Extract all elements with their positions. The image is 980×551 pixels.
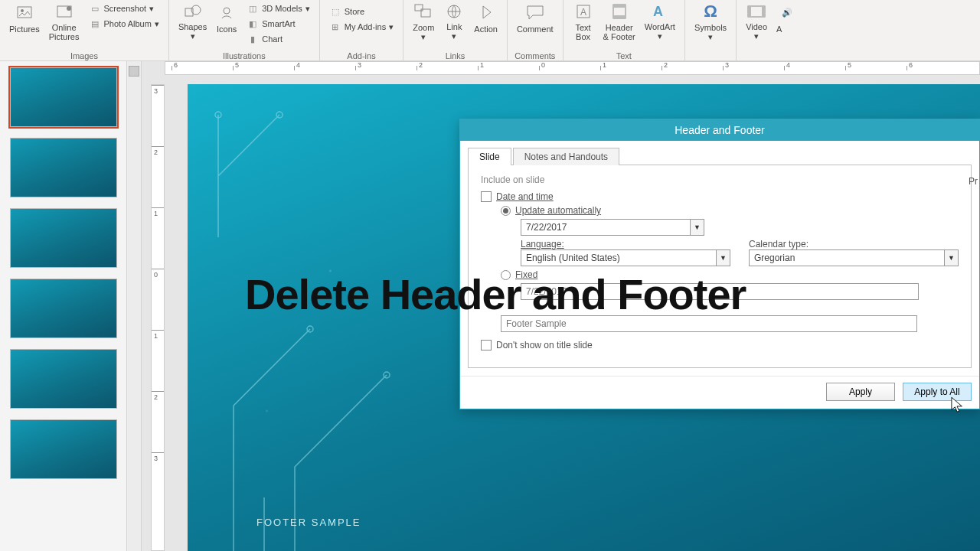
- dont-show-title-checkbox[interactable]: [481, 340, 492, 350]
- svg-text:A: A: [653, 4, 663, 19]
- group-label-addins: Add-ins: [325, 50, 398, 60]
- svg-rect-18: [762, 6, 765, 17]
- tab-slide[interactable]: Slide: [468, 148, 511, 165]
- vertical-ruler: 3210123: [151, 84, 165, 551]
- album-icon: ▤: [89, 18, 101, 30]
- slide-thumbnail[interactable]: [10, 419, 117, 479]
- apply-button[interactable]: Apply: [826, 383, 895, 401]
- video-icon: [746, 2, 767, 21]
- online-picture-icon: [54, 2, 75, 21]
- ribbon: Pictures Online Pictures ▭Screenshot ▾ ▤…: [0, 0, 980, 61]
- header-footer-button[interactable]: Header & Footer: [599, 0, 640, 43]
- shapes-icon: [182, 2, 204, 21]
- headerfooter-icon: [609, 2, 630, 21]
- svg-rect-14: [613, 15, 626, 18]
- group-label-text: Text: [568, 50, 680, 60]
- action-button[interactable]: Action: [469, 0, 502, 43]
- picture-icon: [14, 2, 35, 23]
- icons-icon: [216, 2, 237, 23]
- svg-rect-17: [748, 6, 751, 17]
- group-label-links: Links: [408, 50, 502, 60]
- scrollbar-thumb[interactable]: [129, 66, 139, 77]
- smartart-button[interactable]: ◧SmartArt: [245, 17, 312, 31]
- svg-point-19: [276, 112, 283, 118]
- ribbon-group-illustrations: Shapes ▾ Icons ◫3D Models ▾ ◧SmartArt ▮C…: [169, 0, 320, 60]
- photo-album-button[interactable]: ▤Photo Album ▾: [87, 17, 161, 31]
- dont-show-title-label: Don't show on title slide: [496, 340, 593, 350]
- slide-thumbnail[interactable]: [10, 208, 117, 268]
- link-button[interactable]: Link ▾: [439, 0, 469, 43]
- online-pictures-label: Online Pictures: [49, 23, 80, 41]
- chevron-down-icon[interactable]: ▼: [944, 250, 958, 266]
- thumbnail-panel[interactable]: [0, 61, 126, 551]
- svg-point-1: [21, 9, 24, 12]
- date-format-combo[interactable]: 7/22/2017 ▼: [521, 219, 704, 236]
- zoom-icon: [413, 2, 434, 21]
- addins-icon: ⊞: [329, 21, 341, 33]
- language-label: Language:: [521, 239, 730, 249]
- omega-icon: Ω: [700, 2, 721, 21]
- pictures-button[interactable]: Pictures: [5, 0, 44, 43]
- include-on-slide-label: Include on slide: [481, 174, 959, 185]
- 3d-models-button[interactable]: ◫3D Models ▾: [245, 2, 312, 15]
- store-button[interactable]: ⬚Store: [328, 5, 395, 18]
- symbols-button[interactable]: ΩSymbols ▾: [690, 0, 731, 43]
- slide-thumbnail[interactable]: [10, 279, 117, 338]
- tab-pane-slide: Include on slide Date and time Update au…: [468, 165, 972, 368]
- cube-icon: ◫: [247, 2, 259, 15]
- chart-icon: ▮: [247, 33, 259, 45]
- calendar-combo[interactable]: Gregorian ▼: [749, 249, 959, 266]
- svg-point-21: [384, 372, 390, 378]
- store-icon: ⬚: [329, 5, 341, 18]
- textbox-icon: A: [573, 2, 594, 21]
- calendar-type-label: Calendar type:: [749, 239, 959, 249]
- svg-text:A: A: [580, 7, 586, 18]
- link-icon: [443, 2, 465, 21]
- screenshot-icon: ▭: [89, 2, 101, 15]
- chevron-down-icon[interactable]: ▼: [716, 250, 730, 266]
- datetime-label: Date and time: [496, 191, 554, 202]
- svg-point-6: [224, 8, 230, 14]
- comment-button[interactable]: Comment: [512, 0, 558, 43]
- slide-thumbnail[interactable]: [10, 67, 117, 127]
- apply-to-all-button[interactable]: Apply to All: [903, 383, 972, 401]
- smartart-icon: ◧: [247, 18, 259, 30]
- screenshot-button[interactable]: ▭Screenshot ▾: [87, 2, 161, 15]
- svg-point-20: [307, 326, 313, 332]
- group-label-comments: Comments: [512, 50, 558, 60]
- ribbon-group-links: Zoom ▾ Link ▾ Action Links: [403, 0, 508, 60]
- wordart-button[interactable]: AWordArt ▾: [640, 0, 680, 43]
- ribbon-group-images: Pictures Online Pictures ▭Screenshot ▾ ▤…: [0, 0, 169, 60]
- svg-point-22: [215, 112, 221, 118]
- group-label-images: Images: [5, 50, 164, 60]
- dialog-title: Header and Footer: [460, 119, 979, 141]
- slide-thumbnail[interactable]: [10, 349, 117, 409]
- dialog-tabstrip: Slide Notes and Handouts: [468, 147, 972, 165]
- chart-button[interactable]: ▮Chart: [245, 32, 312, 46]
- chevron-down-icon[interactable]: ▼: [690, 220, 704, 235]
- my-addins-button[interactable]: ⊞My Add-ins ▾: [328, 20, 395, 34]
- preview-label: Pr: [969, 176, 978, 187]
- ribbon-group-symbols: ΩSymbols ▾: [685, 0, 737, 60]
- ribbon-group-comments: Comment Comments: [508, 0, 564, 60]
- textbox-button[interactable]: AText Box: [568, 0, 599, 43]
- tab-notes-handouts[interactable]: Notes and Handouts: [513, 148, 619, 165]
- action-icon: [475, 2, 497, 23]
- slide-footer-text: FOOTER SAMPLE: [256, 517, 361, 528]
- language-combo[interactable]: English (United States) ▼: [521, 249, 730, 266]
- thumbnail-scrollbar[interactable]: [126, 61, 142, 551]
- audio-button[interactable]: 🔊A: [772, 0, 795, 43]
- overlay-caption: Delete Header and Footer: [245, 269, 746, 319]
- video-button[interactable]: Video ▾: [741, 0, 772, 43]
- icons-button[interactable]: Icons: [211, 0, 242, 43]
- pictures-label: Pictures: [9, 24, 40, 34]
- comment-icon: [524, 2, 546, 23]
- svg-point-3: [67, 6, 71, 11]
- online-pictures-button[interactable]: Online Pictures: [44, 0, 84, 43]
- shapes-button[interactable]: Shapes ▾: [174, 0, 211, 43]
- header-footer-dialog: Header and Footer Slide Notes and Handou…: [459, 119, 980, 409]
- zoom-button[interactable]: Zoom ▾: [408, 0, 439, 43]
- update-auto-radio[interactable]: [501, 206, 511, 216]
- slide-thumbnail[interactable]: [10, 138, 117, 197]
- datetime-checkbox[interactable]: [481, 191, 492, 202]
